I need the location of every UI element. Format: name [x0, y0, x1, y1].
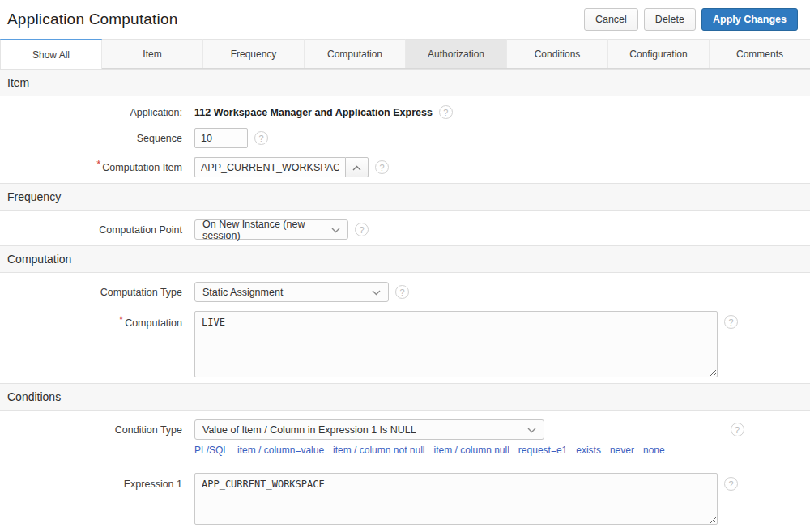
- item-section-header: Item: [0, 69, 810, 96]
- expression1-help-icon[interactable]: ?: [724, 477, 738, 491]
- computation-row: *Computation LIVE ?: [0, 311, 810, 377]
- application-label: Application:: [0, 107, 182, 118]
- condition-type-label: Condition Type: [0, 419, 182, 436]
- computation-label: *Computation: [0, 311, 182, 329]
- expression1-row: Expression 1 APP_CURRENT_WORKSPACE ?: [0, 473, 810, 525]
- condition-type-select[interactable]: Value of Item / Column in Expression 1 I…: [194, 419, 544, 440]
- expression1-label: Expression 1: [0, 473, 182, 490]
- apply-changes-button[interactable]: Apply Changes: [701, 8, 798, 31]
- quick-link-plsql[interactable]: PL/SQL: [194, 445, 228, 456]
- tab-authorization[interactable]: Authorization: [406, 39, 507, 68]
- computation-section-body: Computation Type Static Assignment ? *Co…: [0, 273, 810, 383]
- sequence-input[interactable]: [194, 128, 248, 148]
- region-display-selector: Show All Item Frequency Computation Auth…: [0, 39, 810, 69]
- quick-link-item-column-null[interactable]: item / column null: [433, 445, 509, 456]
- condition-type-help-icon[interactable]: ?: [731, 423, 744, 436]
- required-marker: *: [119, 313, 123, 326]
- quick-link-never[interactable]: never: [610, 445, 634, 456]
- chevron-down-icon: [372, 287, 381, 298]
- application-row: Application: 112 Workspace Manager and A…: [0, 105, 810, 119]
- quick-link-item-column-not-null[interactable]: item / column not null: [333, 445, 424, 456]
- quick-link-exists[interactable]: exists: [576, 445, 601, 456]
- computation-point-row: Computation Point On New Instance (new s…: [0, 219, 810, 240]
- computation-type-help-icon[interactable]: ?: [395, 285, 409, 299]
- sequence-label: Sequence: [0, 133, 182, 144]
- computation-type-label: Computation Type: [0, 287, 182, 298]
- chevron-down-icon: [331, 224, 340, 236]
- condition-quick-links: PL/SQL item / column=value item / column…: [194, 445, 665, 456]
- application-help-icon[interactable]: ?: [439, 105, 453, 119]
- sequence-help-icon[interactable]: ?: [254, 131, 268, 145]
- computation-point-help-icon[interactable]: ?: [355, 223, 369, 236]
- computation-help-icon[interactable]: ?: [724, 315, 738, 329]
- computation-textarea[interactable]: LIVE: [194, 311, 718, 377]
- tab-configuration[interactable]: Configuration: [608, 39, 710, 68]
- chevron-down-icon: [527, 424, 536, 436]
- application-value: 112 Workspace Manager and Application Ex…: [194, 107, 433, 118]
- computation-type-select[interactable]: Static Assignment: [194, 282, 389, 302]
- computation-item-help-icon[interactable]: ?: [375, 160, 389, 174]
- computation-item-label: *Computation Item: [0, 161, 182, 173]
- conditions-section-body: Condition Type Value of Item / Column in…: [0, 411, 810, 530]
- tab-computation[interactable]: Computation: [305, 39, 406, 68]
- computation-item-lov-button[interactable]: [345, 157, 369, 177]
- computation-item-row: *Computation Item ?: [0, 157, 810, 177]
- page-title: Application Computation: [7, 11, 178, 28]
- application-computation-page: Application Computation Cancel Delete Ap…: [0, 0, 810, 532]
- header-buttons: Cancel Delete Apply Changes: [584, 8, 798, 31]
- computation-item-combo: [194, 157, 369, 177]
- delete-button[interactable]: Delete: [644, 8, 696, 31]
- tab-conditions[interactable]: Conditions: [507, 39, 608, 68]
- computation-type-row: Computation Type Static Assignment ?: [0, 282, 810, 302]
- computation-section-header: Computation: [0, 245, 810, 273]
- computation-point-label: Computation Point: [0, 224, 182, 236]
- sequence-row: Sequence ?: [0, 128, 810, 148]
- expression1-textarea[interactable]: APP_CURRENT_WORKSPACE: [194, 473, 718, 525]
- tab-frequency[interactable]: Frequency: [203, 39, 305, 68]
- page-header: Application Computation Cancel Delete Ap…: [0, 0, 810, 39]
- conditions-section-header: Conditions: [0, 383, 810, 411]
- quick-link-request-e1[interactable]: request=e1: [518, 445, 567, 456]
- frequency-section-header: Frequency: [0, 183, 810, 211]
- quick-link-none[interactable]: none: [643, 445, 665, 456]
- computation-item-input[interactable]: [194, 157, 345, 177]
- condition-type-row: Condition Type Value of Item / Column in…: [0, 419, 810, 464]
- tab-comments[interactable]: Comments: [710, 39, 810, 68]
- quick-link-item-column-value[interactable]: item / column=value: [237, 445, 324, 456]
- cancel-button[interactable]: Cancel: [584, 8, 638, 31]
- frequency-section-body: Computation Point On New Instance (new s…: [0, 211, 810, 245]
- item-section-body: Application: 112 Workspace Manager and A…: [0, 96, 810, 183]
- tab-show-all[interactable]: Show All: [0, 39, 102, 69]
- chevron-up-icon: [352, 161, 361, 173]
- required-marker: *: [96, 158, 100, 170]
- computation-point-select[interactable]: On New Instance (new session): [194, 219, 348, 240]
- tab-item[interactable]: Item: [102, 39, 203, 68]
